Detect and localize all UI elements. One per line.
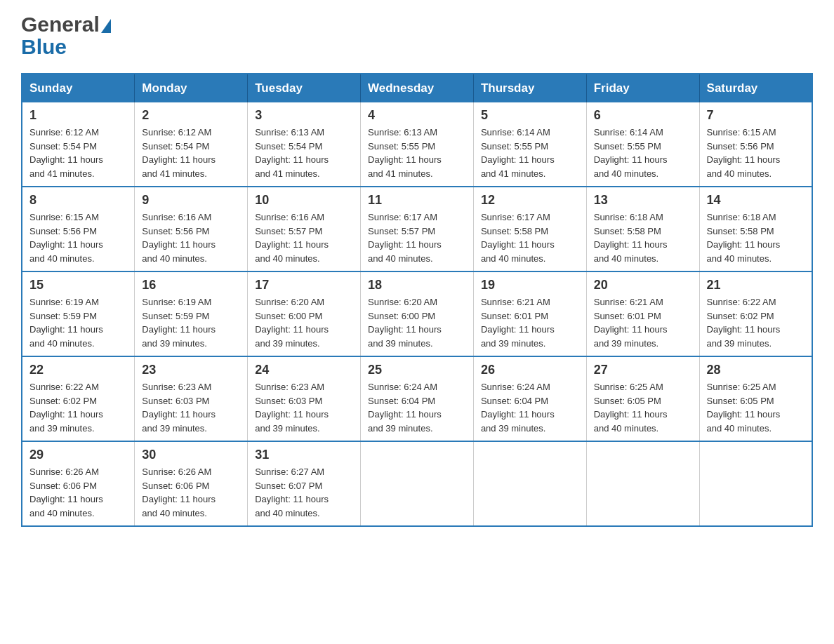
- day-number: 22: [29, 363, 127, 377]
- day-info: Sunrise: 6:13 AMSunset: 5:54 PMDaylight:…: [255, 126, 353, 180]
- calendar-cell: 3Sunrise: 6:13 AMSunset: 5:54 PMDaylight…: [248, 102, 361, 187]
- day-number: 29: [29, 448, 127, 462]
- calendar-cell: 21Sunrise: 6:22 AMSunset: 6:02 PMDayligh…: [699, 271, 812, 356]
- calendar-cell: [699, 441, 812, 526]
- day-number: 21: [707, 278, 805, 293]
- day-number: 3: [255, 108, 353, 123]
- calendar-cell: 15Sunrise: 6:19 AMSunset: 5:59 PMDayligh…: [22, 271, 135, 356]
- calendar-cell: 16Sunrise: 6:19 AMSunset: 5:59 PMDayligh…: [135, 271, 248, 356]
- weekday-header-wednesday: Wednesday: [361, 74, 474, 102]
- calendar-cell: 9Sunrise: 6:16 AMSunset: 5:56 PMDaylight…: [135, 187, 248, 271]
- day-number: 10: [255, 193, 353, 208]
- day-number: 18: [368, 278, 466, 293]
- day-number: 30: [142, 448, 240, 462]
- calendar-table: SundayMondayTuesdayWednesdayThursdayFrid…: [21, 73, 813, 527]
- day-info: Sunrise: 6:21 AMSunset: 6:01 PMDaylight:…: [594, 295, 692, 350]
- calendar-week-row: 15Sunrise: 6:19 AMSunset: 5:59 PMDayligh…: [22, 271, 812, 356]
- day-number: 12: [481, 193, 579, 208]
- calendar-cell: 18Sunrise: 6:20 AMSunset: 6:00 PMDayligh…: [361, 271, 474, 356]
- day-number: 1: [29, 108, 127, 123]
- day-info: Sunrise: 6:22 AMSunset: 6:02 PMDaylight:…: [29, 380, 127, 435]
- day-number: 24: [255, 363, 353, 377]
- day-number: 25: [368, 363, 466, 377]
- calendar-cell: 8Sunrise: 6:15 AMSunset: 5:56 PMDaylight…: [22, 187, 135, 271]
- calendar-cell: 20Sunrise: 6:21 AMSunset: 6:01 PMDayligh…: [586, 271, 699, 356]
- day-number: 16: [142, 278, 240, 293]
- day-info: Sunrise: 6:20 AMSunset: 6:00 PMDaylight:…: [368, 295, 466, 350]
- day-info: Sunrise: 6:17 AMSunset: 5:58 PMDaylight:…: [481, 210, 579, 265]
- day-number: 13: [594, 193, 692, 208]
- day-info: Sunrise: 6:21 AMSunset: 6:01 PMDaylight:…: [481, 295, 579, 350]
- weekday-header-thursday: Thursday: [473, 74, 586, 102]
- logo: General Blue: [21, 14, 111, 59]
- calendar-cell: 2Sunrise: 6:12 AMSunset: 5:54 PMDaylight…: [135, 102, 248, 187]
- day-info: Sunrise: 6:18 AMSunset: 5:58 PMDaylight:…: [594, 210, 692, 265]
- calendar-cell: 23Sunrise: 6:23 AMSunset: 6:03 PMDayligh…: [135, 356, 248, 441]
- day-number: 28: [707, 363, 805, 377]
- day-number: 31: [255, 448, 353, 462]
- day-info: Sunrise: 6:25 AMSunset: 6:05 PMDaylight:…: [707, 380, 805, 435]
- day-info: Sunrise: 6:26 AMSunset: 6:06 PMDaylight:…: [142, 465, 240, 520]
- calendar-cell: 13Sunrise: 6:18 AMSunset: 5:58 PMDayligh…: [586, 187, 699, 271]
- day-info: Sunrise: 6:19 AMSunset: 5:59 PMDaylight:…: [29, 295, 127, 350]
- day-number: 6: [594, 108, 692, 123]
- calendar-cell: 30Sunrise: 6:26 AMSunset: 6:06 PMDayligh…: [135, 441, 248, 526]
- day-number: 26: [481, 363, 579, 377]
- calendar-cell: 6Sunrise: 6:14 AMSunset: 5:55 PMDaylight…: [586, 102, 699, 187]
- calendar-week-row: 1Sunrise: 6:12 AMSunset: 5:54 PMDaylight…: [22, 102, 812, 187]
- weekday-header-saturday: Saturday: [699, 74, 812, 102]
- logo-arrow-icon: [101, 19, 111, 33]
- calendar-cell: 4Sunrise: 6:13 AMSunset: 5:55 PMDaylight…: [361, 102, 474, 187]
- day-info: Sunrise: 6:22 AMSunset: 6:02 PMDaylight:…: [707, 295, 805, 350]
- day-number: 23: [142, 363, 240, 377]
- logo-general-text: General: [21, 14, 100, 35]
- calendar-cell: 31Sunrise: 6:27 AMSunset: 6:07 PMDayligh…: [248, 441, 361, 526]
- day-info: Sunrise: 6:14 AMSunset: 5:55 PMDaylight:…: [594, 126, 692, 180]
- calendar-cell: 29Sunrise: 6:26 AMSunset: 6:06 PMDayligh…: [22, 441, 135, 526]
- weekday-header-tuesday: Tuesday: [248, 74, 361, 102]
- calendar-cell: 26Sunrise: 6:24 AMSunset: 6:04 PMDayligh…: [473, 356, 586, 441]
- day-info: Sunrise: 6:25 AMSunset: 6:05 PMDaylight:…: [594, 380, 692, 435]
- weekday-header-sunday: Sunday: [22, 74, 135, 102]
- day-number: 9: [142, 193, 240, 208]
- day-info: Sunrise: 6:15 AMSunset: 5:56 PMDaylight:…: [29, 210, 127, 265]
- day-info: Sunrise: 6:19 AMSunset: 5:59 PMDaylight:…: [142, 295, 240, 350]
- calendar-week-row: 29Sunrise: 6:26 AMSunset: 6:06 PMDayligh…: [22, 441, 812, 526]
- day-info: Sunrise: 6:23 AMSunset: 6:03 PMDaylight:…: [142, 380, 240, 435]
- calendar-cell: 14Sunrise: 6:18 AMSunset: 5:58 PMDayligh…: [699, 187, 812, 271]
- day-number: 5: [481, 108, 579, 123]
- calendar-week-row: 22Sunrise: 6:22 AMSunset: 6:02 PMDayligh…: [22, 356, 812, 441]
- calendar-cell: [361, 441, 474, 526]
- day-number: 15: [29, 278, 127, 293]
- day-info: Sunrise: 6:24 AMSunset: 6:04 PMDaylight:…: [481, 380, 579, 435]
- day-number: 7: [707, 108, 805, 123]
- calendar-cell: 28Sunrise: 6:25 AMSunset: 6:05 PMDayligh…: [699, 356, 812, 441]
- calendar-cell: 11Sunrise: 6:17 AMSunset: 5:57 PMDayligh…: [361, 187, 474, 271]
- day-info: Sunrise: 6:15 AMSunset: 5:56 PMDaylight:…: [707, 126, 805, 180]
- calendar-cell: 7Sunrise: 6:15 AMSunset: 5:56 PMDaylight…: [699, 102, 812, 187]
- calendar-cell: 27Sunrise: 6:25 AMSunset: 6:05 PMDayligh…: [586, 356, 699, 441]
- day-info: Sunrise: 6:13 AMSunset: 5:55 PMDaylight:…: [368, 126, 466, 180]
- day-number: 19: [481, 278, 579, 293]
- weekday-header-row: SundayMondayTuesdayWednesdayThursdayFrid…: [22, 74, 812, 102]
- calendar-cell: [473, 441, 586, 526]
- calendar-cell: [586, 441, 699, 526]
- day-info: Sunrise: 6:16 AMSunset: 5:56 PMDaylight:…: [142, 210, 240, 265]
- day-number: 4: [368, 108, 466, 123]
- day-info: Sunrise: 6:24 AMSunset: 6:04 PMDaylight:…: [368, 380, 466, 435]
- logo-blue-text: Blue: [21, 35, 67, 58]
- calendar-cell: 12Sunrise: 6:17 AMSunset: 5:58 PMDayligh…: [473, 187, 586, 271]
- day-number: 27: [594, 363, 692, 377]
- day-number: 8: [29, 193, 127, 208]
- calendar-cell: 19Sunrise: 6:21 AMSunset: 6:01 PMDayligh…: [473, 271, 586, 356]
- day-info: Sunrise: 6:27 AMSunset: 6:07 PMDaylight:…: [255, 465, 353, 520]
- calendar-cell: 17Sunrise: 6:20 AMSunset: 6:00 PMDayligh…: [248, 271, 361, 356]
- day-number: 2: [142, 108, 240, 123]
- day-number: 17: [255, 278, 353, 293]
- day-number: 14: [707, 193, 805, 208]
- day-info: Sunrise: 6:26 AMSunset: 6:06 PMDaylight:…: [29, 465, 127, 520]
- calendar-week-row: 8Sunrise: 6:15 AMSunset: 5:56 PMDaylight…: [22, 187, 812, 271]
- page-header: General Blue: [21, 14, 813, 59]
- calendar-cell: 24Sunrise: 6:23 AMSunset: 6:03 PMDayligh…: [248, 356, 361, 441]
- weekday-header-monday: Monday: [135, 74, 248, 102]
